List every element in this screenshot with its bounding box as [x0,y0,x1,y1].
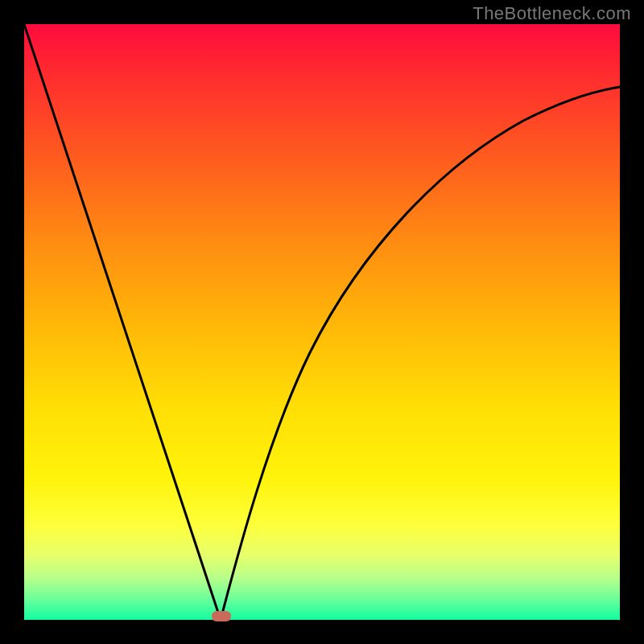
chart-frame: TheBottleneck.com [0,0,644,644]
chart-svg [24,24,620,620]
curve-right [221,87,620,620]
watermark-text: TheBottleneck.com [473,3,631,24]
min-marker [212,611,231,621]
plot-area [24,24,620,620]
curve-left [24,24,221,620]
